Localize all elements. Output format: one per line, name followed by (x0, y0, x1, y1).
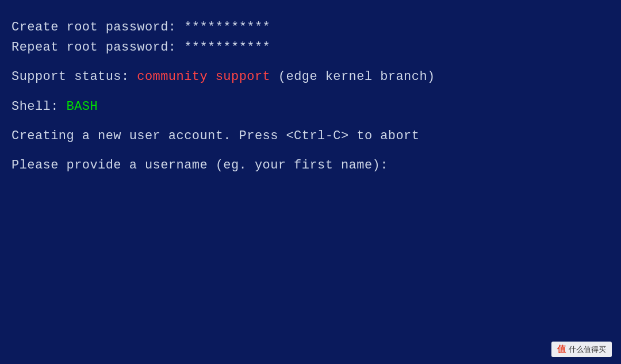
create-root-password: Create root password: *********** (12, 17, 610, 37)
watermark-text: 什么值得买 (569, 344, 606, 355)
support-status: Support status: community support (edge … (12, 67, 610, 87)
repeat-root-password: Repeat root password: *********** (12, 37, 610, 58)
spacer2 (12, 87, 610, 97)
spacer3 (12, 117, 610, 126)
spacer4 (12, 146, 610, 155)
spacer1 (12, 58, 610, 67)
watermark-icon: 值 (557, 344, 566, 355)
watermark: 值 什么值得买 (551, 342, 612, 357)
provide-username: Please provide a username (eg. your firs… (12, 155, 610, 175)
creating-user: Creating a new user account. Press <Ctrl… (12, 126, 610, 146)
shell: Shell: BASH (12, 97, 610, 117)
terminal-window: Create root password: ***********Repeat … (0, 0, 621, 364)
